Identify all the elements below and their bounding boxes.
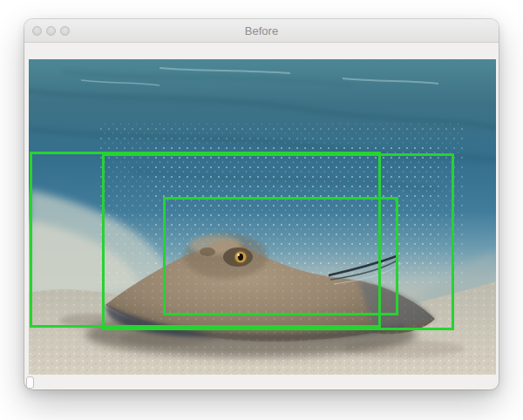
minimize-button[interactable] (46, 26, 56, 36)
traffic-lights (32, 19, 70, 42)
scrollbar-nub[interactable] (26, 376, 34, 389)
titlebar[interactable]: Before (24, 19, 499, 43)
close-button[interactable] (32, 26, 42, 36)
foreground-sand-grain (29, 347, 496, 375)
window-title: Before (245, 24, 278, 37)
zoom-button[interactable] (60, 26, 70, 36)
desktop: Before (0, 0, 523, 420)
photo-stingray (29, 59, 496, 375)
window[interactable]: Before (24, 19, 499, 390)
detection-box (163, 197, 398, 315)
